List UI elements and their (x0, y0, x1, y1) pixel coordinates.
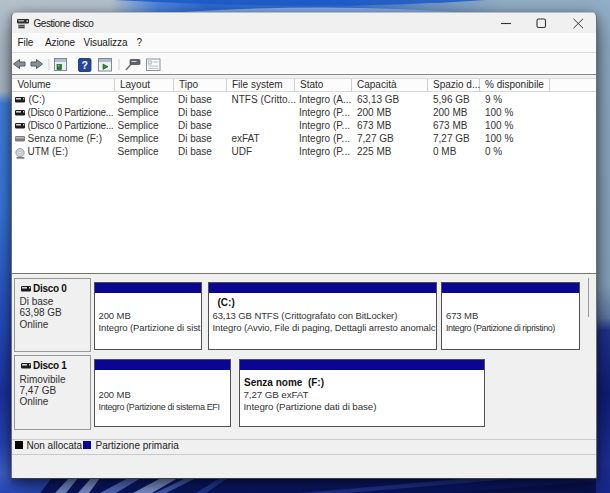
svg-text:?: ? (81, 59, 87, 71)
